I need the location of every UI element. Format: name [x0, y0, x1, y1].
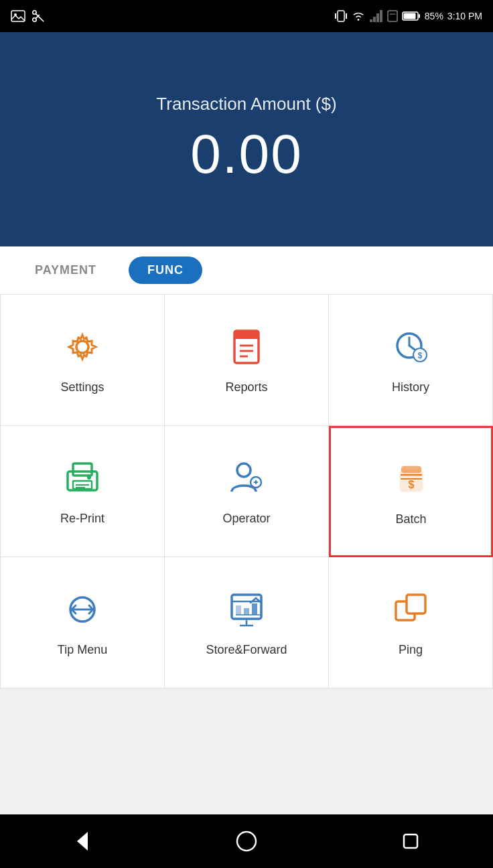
storeforward-icon — [225, 588, 268, 634]
svg-point-18 — [76, 341, 88, 353]
svg-point-2 — [33, 11, 37, 15]
grid-item-ping[interactable]: Ping — [329, 557, 493, 689]
svg-line-26 — [409, 346, 415, 350]
ping-label: Ping — [399, 643, 423, 657]
ping-icon — [389, 588, 432, 634]
grid-item-batch[interactable]: $ Batch — [329, 426, 493, 557]
svg-rect-11 — [376, 13, 379, 22]
operator-icon — [225, 457, 268, 502]
tipmenu-label: Tip Menu — [58, 643, 107, 657]
back-button[interactable] — [70, 829, 94, 853]
reports-label: Reports — [225, 380, 267, 394]
grid-item-reports[interactable]: Reports — [165, 295, 329, 426]
reprint-label: Re-Print — [60, 512, 104, 526]
tipmenu-icon — [61, 588, 104, 634]
battery-percentage: 85% — [425, 11, 443, 21]
status-left — [11, 9, 46, 23]
svg-rect-6 — [338, 11, 344, 21]
svg-rect-42 — [402, 467, 421, 472]
grid-item-operator[interactable]: Operator — [165, 426, 329, 557]
svg-point-35 — [237, 463, 251, 477]
func-grid: Settings Reports $ History — [0, 295, 493, 689]
tab-payment[interactable]: PAYMENT — [16, 257, 115, 284]
svg-rect-54 — [407, 595, 425, 613]
history-label: History — [392, 380, 429, 394]
reports-icon — [225, 326, 268, 371]
svg-rect-13 — [388, 11, 397, 21]
grid-item-reprint[interactable]: Re-Print — [1, 426, 165, 557]
svg-rect-30 — [73, 463, 92, 476]
wifi-icon — [351, 10, 366, 22]
svg-rect-48 — [236, 605, 241, 615]
storeforward-label: Store&Forward — [206, 643, 287, 657]
transaction-header: Transaction Amount ($) 0.00 — [0, 32, 493, 246]
svg-rect-50 — [252, 603, 257, 615]
tabs-row: PAYMENT FUNC — [0, 246, 493, 295]
scissors-icon — [31, 9, 46, 23]
image-icon — [11, 10, 25, 22]
svg-rect-57 — [404, 835, 417, 848]
svg-rect-12 — [380, 10, 382, 22]
grid-item-storeforward[interactable]: Store&Forward — [165, 557, 329, 689]
svg-rect-20 — [234, 331, 259, 339]
status-bar: 85% 3:10 PM — [0, 0, 493, 32]
batch-label: Batch — [395, 512, 426, 526]
status-right: 85% 3:10 PM — [335, 9, 482, 23]
svg-marker-55 — [77, 832, 88, 851]
svg-rect-16 — [419, 14, 420, 18]
batch-icon: $ — [390, 457, 433, 503]
svg-rect-9 — [370, 19, 372, 22]
operator-label: Operator — [222, 512, 270, 526]
grid-item-settings[interactable]: Settings — [1, 295, 165, 426]
svg-rect-49 — [244, 608, 249, 615]
time-display: 3:10 PM — [447, 11, 482, 21]
svg-rect-10 — [373, 17, 376, 22]
signal-icon — [370, 10, 383, 22]
sim-icon — [387, 10, 398, 22]
reprint-icon — [61, 457, 104, 502]
transaction-amount: 0.00 — [190, 123, 303, 186]
grid-item-tipmenu[interactable]: Tip Menu — [1, 557, 165, 689]
svg-point-34 — [87, 476, 91, 480]
transaction-label: Transaction Amount ($) — [156, 94, 336, 115]
tab-func[interactable]: FUNC — [129, 257, 202, 284]
svg-point-3 — [33, 18, 37, 22]
grid-item-history[interactable]: $ History — [329, 295, 493, 426]
home-button[interactable] — [234, 829, 259, 853]
vibrate-icon — [335, 9, 347, 23]
svg-point-56 — [237, 832, 256, 851]
svg-text:$: $ — [408, 479, 414, 490]
battery-icon — [402, 11, 421, 21]
history-icon: $ — [389, 326, 432, 371]
svg-rect-0 — [11, 11, 25, 21]
settings-label: Settings — [60, 380, 104, 394]
gear-icon — [61, 326, 104, 371]
svg-text:$: $ — [418, 351, 423, 360]
recents-button[interactable] — [399, 829, 423, 853]
bottom-nav — [0, 814, 493, 868]
svg-rect-17 — [403, 13, 415, 19]
